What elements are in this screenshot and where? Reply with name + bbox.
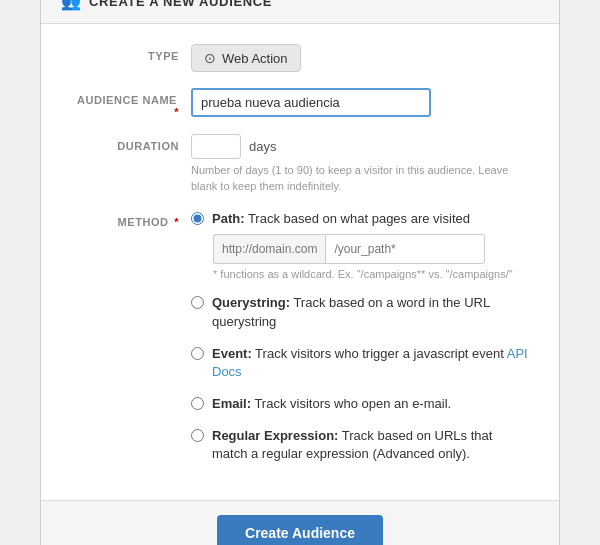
card-header: 👥 Create a New Audience bbox=[41, 0, 559, 24]
type-label: TYPE bbox=[71, 44, 191, 62]
method-options: Path: Track based on what pages are visi… bbox=[191, 210, 529, 464]
duration-unit: days bbox=[249, 139, 276, 154]
audience-name-field bbox=[191, 88, 529, 117]
path-inputs: http://domain.com bbox=[213, 234, 529, 264]
audience-icon: 👥 bbox=[61, 0, 81, 11]
duration-input-row: days bbox=[191, 134, 529, 159]
type-field: ⊙ Web Action bbox=[191, 44, 529, 72]
create-audience-button[interactable]: Create Audience bbox=[217, 515, 383, 545]
method-path-radio[interactable] bbox=[191, 212, 204, 225]
method-querystring-radio[interactable] bbox=[191, 296, 204, 309]
method-path-label[interactable]: Path: Track based on what pages are visi… bbox=[212, 210, 470, 228]
method-email: Email: Track visitors who open an e-mail… bbox=[191, 395, 529, 413]
method-regex-label[interactable]: Regular Expression: Track based on URLs … bbox=[212, 427, 529, 463]
card-body: TYPE ⊙ Web Action AUDIENCE NAME * DURATI… bbox=[41, 24, 559, 499]
card-title: Create a New Audience bbox=[89, 0, 272, 9]
api-docs-link[interactable]: API Docs bbox=[212, 346, 528, 379]
method-label: METHOD * bbox=[71, 210, 191, 228]
duration-hint: Number of days (1 to 90) to keep a visit… bbox=[191, 163, 511, 194]
audience-name-label: AUDIENCE NAME * bbox=[71, 88, 191, 118]
method-field: Path: Track based on what pages are visi… bbox=[191, 210, 529, 464]
method-event-radio[interactable] bbox=[191, 347, 204, 360]
audience-name-row: AUDIENCE NAME * bbox=[71, 88, 529, 118]
type-button-label: Web Action bbox=[222, 51, 288, 66]
method-email-radio[interactable] bbox=[191, 397, 204, 410]
create-audience-card: 👥 Create a New Audience TYPE ⊙ Web Actio… bbox=[40, 0, 560, 545]
type-button-icon: ⊙ bbox=[204, 50, 216, 66]
path-input[interactable] bbox=[325, 234, 485, 264]
card-footer: Create Audience bbox=[41, 500, 559, 545]
duration-row: DURATION days Number of days (1 to 90) t… bbox=[71, 134, 529, 194]
method-event: Event: Track visitors who trigger a java… bbox=[191, 345, 529, 381]
type-row: TYPE ⊙ Web Action bbox=[71, 44, 529, 72]
method-querystring: Querystring: Track based on a word in th… bbox=[191, 294, 529, 330]
duration-field: days Number of days (1 to 90) to keep a … bbox=[191, 134, 529, 194]
method-email-label[interactable]: Email: Track visitors who open an e-mail… bbox=[212, 395, 451, 413]
duration-label: DURATION bbox=[71, 134, 191, 152]
path-domain: http://domain.com bbox=[213, 234, 325, 264]
method-row: METHOD * Path: Track based on what pages… bbox=[71, 210, 529, 464]
method-regex: Regular Expression: Track based on URLs … bbox=[191, 427, 529, 463]
method-event-label[interactable]: Event: Track visitors who trigger a java… bbox=[212, 345, 529, 381]
method-regex-radio[interactable] bbox=[191, 429, 204, 442]
type-button[interactable]: ⊙ Web Action bbox=[191, 44, 301, 72]
path-hint: * functions as a wildcard. Ex. "/campaig… bbox=[213, 268, 529, 280]
method-path: Path: Track based on what pages are visi… bbox=[191, 210, 529, 280]
method-querystring-label[interactable]: Querystring: Track based on a word in th… bbox=[212, 294, 529, 330]
duration-input[interactable] bbox=[191, 134, 241, 159]
audience-name-input[interactable] bbox=[191, 88, 431, 117]
path-input-area: http://domain.com * functions as a wildc… bbox=[213, 234, 529, 280]
